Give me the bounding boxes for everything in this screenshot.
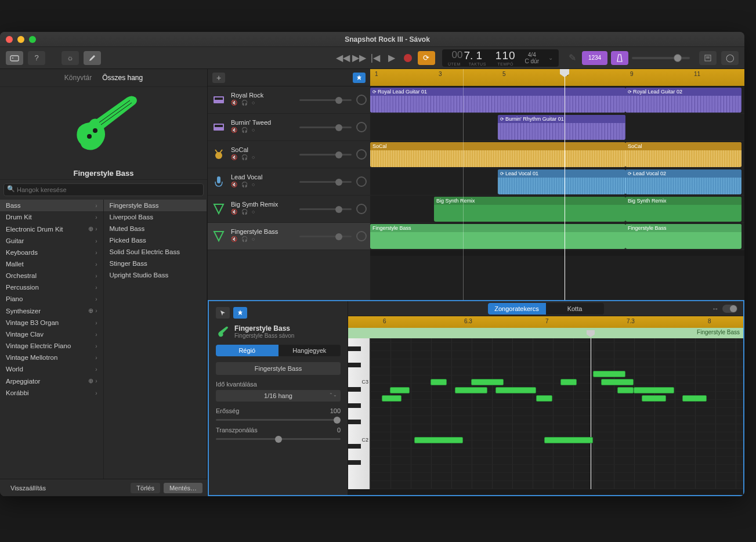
midi-note[interactable]: [593, 371, 625, 377]
transpose-slider[interactable]: [216, 438, 341, 440]
piano-roll-scrollbar[interactable]: [348, 489, 743, 495]
region[interactable]: Big Synth Remix: [625, 197, 741, 222]
track-pan-knob[interactable]: [356, 204, 367, 214]
region[interactable]: ⟳Burnin' Rhythm Guitar 01: [498, 115, 625, 140]
count-in-button[interactable]: 1234: [582, 51, 607, 65]
midi-note[interactable]: [642, 395, 666, 402]
library-tab-library[interactable]: Könyvtár: [64, 74, 92, 82]
chevron-down-icon[interactable]: ⌄: [548, 55, 553, 61]
quantize-select[interactable]: 1/16 hang: [216, 390, 341, 402]
track-volume-slider[interactable]: [299, 181, 352, 183]
headphone-icon[interactable]: 🎧: [241, 127, 249, 135]
master-volume-slider[interactable]: [632, 57, 690, 59]
search-input[interactable]: [3, 183, 204, 196]
midi-note[interactable]: [601, 379, 634, 385]
tuner-icon[interactable]: ✎: [566, 52, 578, 64]
piano-roll-ruler[interactable]: 66.377.38: [348, 316, 743, 328]
category-item[interactable]: Guitar›: [0, 235, 103, 247]
headphone-icon[interactable]: 🎧: [241, 100, 249, 108]
track-header[interactable]: Big Synth Remix 🔇🎧○: [208, 196, 370, 223]
category-item[interactable]: World›: [0, 363, 103, 375]
mute-button[interactable]: 🔇: [231, 182, 239, 190]
lock-icon[interactable]: ○: [252, 100, 260, 108]
preset-item[interactable]: Solid Soul Electric Bass: [104, 246, 207, 258]
midi-note[interactable]: [536, 395, 552, 402]
midi-note[interactable]: [495, 387, 536, 393]
region[interactable]: Fingerstyle Bass: [370, 224, 625, 249]
seg-notes[interactable]: Hangjegyek: [278, 345, 341, 356]
help-icon[interactable]: ?: [28, 51, 45, 65]
headphone-icon[interactable]: 🎧: [241, 236, 249, 244]
lock-icon[interactable]: ○: [252, 127, 260, 135]
link-icon[interactable]: ↔: [712, 305, 719, 313]
track-volume-slider[interactable]: [299, 127, 352, 128]
notepad-button[interactable]: [699, 51, 717, 65]
headphone-icon[interactable]: 🎧: [241, 154, 249, 162]
playhead[interactable]: [565, 69, 565, 300]
ruler[interactable]: 1357911: [370, 69, 744, 86]
play-button[interactable]: ▶: [385, 52, 398, 64]
piano-roll-playhead[interactable]: [591, 338, 591, 489]
track-header[interactable]: Fingerstyle Bass 🔇🎧○: [208, 223, 370, 250]
category-item[interactable]: Vintage B3 Organ›: [0, 317, 103, 328]
midi-note[interactable]: [414, 437, 463, 443]
mute-button[interactable]: 🔇: [231, 100, 239, 108]
piano-roll-grid[interactable]: [370, 338, 743, 489]
region-name-field[interactable]: [216, 362, 341, 375]
rewind-button[interactable]: ◀◀: [337, 52, 349, 64]
region[interactable]: ⟳Royal Lead Guitar 02: [625, 88, 741, 113]
region[interactable]: SoCal: [370, 142, 625, 167]
library-button[interactable]: [6, 51, 23, 65]
region-notes-segment[interactable]: Régió Hangjegyek: [216, 345, 341, 356]
category-item[interactable]: Vintage Clav›: [0, 328, 103, 340]
loop-browser-button[interactable]: ◯: [721, 51, 739, 65]
save-button[interactable]: Mentés…: [164, 483, 202, 493]
midi-note[interactable]: [634, 387, 674, 393]
category-list[interactable]: Bass›Drum Kit›Electronic Drum Kit⊕ ›Guit…: [0, 200, 104, 479]
preset-item[interactable]: Stinger Bass: [104, 258, 207, 269]
piano-keys[interactable]: C3C2: [348, 338, 370, 489]
category-item[interactable]: Mallet›: [0, 258, 103, 270]
track-pan-knob[interactable]: [356, 231, 367, 241]
close-icon[interactable]: [6, 36, 13, 43]
drummer-tool-button[interactable]: [233, 307, 247, 319]
midi-note[interactable]: [560, 379, 577, 385]
midi-note[interactable]: [431, 379, 447, 385]
tab-piano-roll[interactable]: Zongoratekercs: [488, 303, 546, 315]
headphone-icon[interactable]: 🎧: [241, 182, 249, 190]
category-item[interactable]: Korábbi›: [0, 387, 103, 399]
midi-note[interactable]: [455, 387, 487, 393]
cycle-button[interactable]: ⟳: [418, 51, 435, 65]
track-volume-slider[interactable]: [299, 236, 352, 237]
arrangement[interactable]: 1357911 ⟳Royal Lead Guitar 01⟳Royal Lead…: [370, 69, 744, 300]
library-tab-all-sounds[interactable]: Összes hang: [102, 74, 143, 82]
metronome-button[interactable]: [611, 51, 628, 65]
midi-note[interactable]: [544, 437, 593, 443]
preset-item[interactable]: Liverpool Bass: [104, 211, 207, 223]
region[interactable]: ⟳Lead Vocal 01: [498, 169, 625, 194]
midi-note[interactable]: [390, 387, 410, 393]
drummer-button[interactable]: [353, 73, 366, 83]
category-item[interactable]: Vintage Electric Piano›: [0, 340, 103, 352]
minimize-icon[interactable]: [17, 36, 24, 43]
lock-icon[interactable]: ○: [252, 154, 260, 162]
region[interactable]: Fingerstyle Bass: [625, 224, 741, 249]
lock-icon[interactable]: ○: [252, 209, 260, 217]
track-volume-slider[interactable]: [299, 99, 352, 101]
tab-score[interactable]: Kotta: [546, 303, 604, 315]
category-item[interactable]: Drum Kit›: [0, 211, 103, 223]
category-item[interactable]: Keyboards›: [0, 247, 103, 258]
region[interactable]: ⟳Lead Vocal 02: [625, 169, 741, 194]
category-item[interactable]: Percussion›: [0, 281, 103, 293]
mute-button[interactable]: 🔇: [231, 127, 239, 135]
strength-slider[interactable]: [216, 419, 341, 421]
mute-button[interactable]: 🔇: [231, 154, 239, 162]
region[interactable]: ⟳Royal Lead Guitar 01: [370, 88, 625, 113]
preset-item[interactable]: Fingerstyle Bass: [104, 200, 207, 211]
category-item[interactable]: Arpeggiator⊕ ›: [0, 375, 103, 387]
track-pan-knob[interactable]: [356, 149, 367, 160]
add-track-button[interactable]: +: [212, 73, 225, 83]
edit-button[interactable]: [84, 51, 101, 65]
midi-note[interactable]: [382, 395, 401, 402]
mute-button[interactable]: 🔇: [231, 209, 239, 217]
